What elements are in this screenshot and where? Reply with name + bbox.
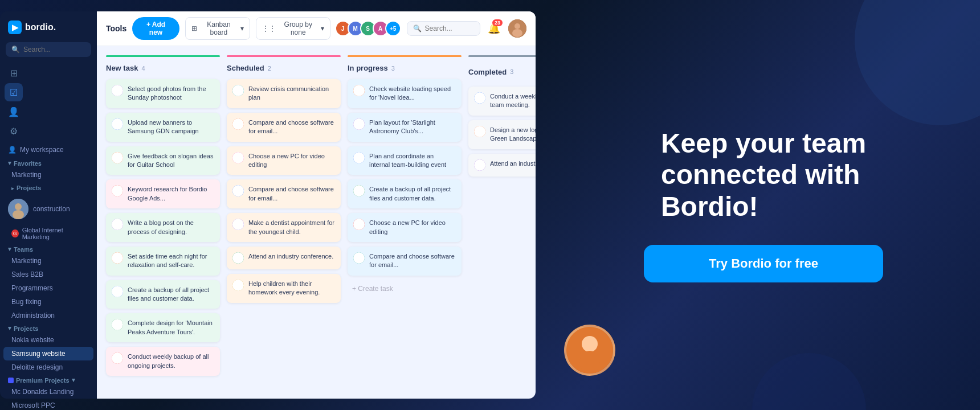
card-text-1-6: Help children with their homework every … bbox=[248, 280, 335, 297]
kanban-card-2-4[interactable]: Choose a new PC for video editing bbox=[348, 213, 462, 242]
nav-settings-icon[interactable]: ⚙ bbox=[5, 122, 23, 140]
favorites-section[interactable]: ▾ Favorites bbox=[0, 157, 97, 168]
svg-point-22 bbox=[116, 255, 119, 259]
notification-button[interactable]: 🔔 23 bbox=[486, 19, 503, 38]
card-avatar-0-5 bbox=[112, 252, 123, 264]
svg-point-7 bbox=[116, 88, 119, 91]
card-avatar-1-6 bbox=[232, 280, 244, 291]
kanban-card-1-3[interactable]: Compare and choose software for email... bbox=[227, 179, 341, 208]
kanban-column-0: New task4Select good photos from the Sun… bbox=[106, 55, 220, 390]
kanban-card-0-0[interactable]: Select good photos from the Sunday photo… bbox=[106, 79, 220, 108]
kanban-card-3-0[interactable]: Conduct a weekly operations team meeting… bbox=[468, 87, 536, 116]
card-text-3-2: Attend an industry conference. bbox=[490, 159, 536, 168]
nav-home-icon[interactable]: ⊞ bbox=[5, 64, 23, 82]
svg-point-53 bbox=[235, 286, 241, 290]
kanban-board-button[interactable]: ⊞ Kanban board ▾ bbox=[185, 17, 250, 40]
sidebar-search-box[interactable]: 🔍 bbox=[6, 42, 91, 57]
kanban-card-0-3[interactable]: Keyword research for Bordio Google Ads..… bbox=[106, 179, 220, 208]
kanban-column-2: In progress3Check website loading speed … bbox=[348, 55, 462, 390]
marketing-panel: Keep your team connected with Bordio! Tr… bbox=[547, 0, 980, 410]
kanban-card-1-6[interactable]: Help children with their homework every … bbox=[227, 274, 341, 303]
sidebar-item-marketing-fav[interactable]: Marketing bbox=[3, 168, 93, 182]
card-avatar-2-2 bbox=[353, 152, 365, 163]
column-title-1: Scheduled bbox=[227, 64, 264, 72]
sidebar-item-deloitte[interactable]: Deloitte redesign bbox=[3, 360, 93, 374]
column-header-0: New task4 bbox=[106, 62, 220, 75]
svg-point-4 bbox=[514, 23, 520, 29]
svg-point-8 bbox=[115, 91, 120, 96]
construction-label[interactable]: construction bbox=[33, 205, 70, 213]
card-avatar-0-2 bbox=[112, 152, 123, 163]
premium-projects-section[interactable]: Premium Projects ▾ bbox=[0, 374, 97, 385]
global-icon: G bbox=[11, 229, 19, 237]
column-count-0: 4 bbox=[141, 65, 145, 72]
sidebar-item-sales[interactable]: Sales B2B bbox=[3, 268, 93, 281]
sidebar-item-administration[interactable]: Administration bbox=[3, 309, 93, 322]
nav-check-icon[interactable]: ☑ bbox=[5, 83, 23, 101]
kanban-card-1-1[interactable]: Compare and choose software for email... bbox=[227, 113, 341, 142]
kanban-card-1-2[interactable]: Choose a new PC for video editing bbox=[227, 146, 341, 175]
svg-point-55 bbox=[357, 88, 361, 91]
sidebar-projects-header[interactable]: ▸ Projects bbox=[3, 182, 93, 194]
kanban-card-2-3[interactable]: Create a backup of all project files and… bbox=[348, 179, 462, 208]
svg-point-49 bbox=[236, 255, 240, 259]
svg-point-80 bbox=[477, 166, 483, 170]
sidebar-item-marketing-team[interactable]: Marketing bbox=[3, 254, 93, 268]
card-text-0-8: Conduct weekly backup of all ongoing pro… bbox=[128, 352, 214, 370]
kanban-card-0-5[interactable]: Set aside time each night for relaxation… bbox=[106, 247, 220, 276]
kanban-card-0-8[interactable]: Conduct weekly backup of all ongoing pro… bbox=[106, 347, 220, 376]
sidebar-item-samsung[interactable]: Samsung website bbox=[3, 347, 93, 360]
card-avatar-0-4 bbox=[112, 219, 123, 230]
try-bordio-button[interactable]: Try Bordio for free bbox=[644, 245, 883, 282]
chevron-down-icon: ▾ bbox=[8, 159, 11, 167]
sidebar-item-nokia[interactable]: Nokia website bbox=[3, 333, 93, 347]
card-text-0-1: Upload new banners to Samsung GDN campai… bbox=[128, 118, 214, 136]
group-by-button[interactable]: ⋮⋮ Group by none ▾ bbox=[256, 17, 330, 40]
kanban-card-1-5[interactable]: Attend an industry conference. bbox=[227, 247, 341, 269]
nav-group-icon[interactable]: 👤 bbox=[5, 102, 23, 121]
sidebar-item-bugfixing[interactable]: Bug fixing bbox=[3, 295, 93, 309]
card-avatar-1-0 bbox=[232, 85, 244, 96]
card-avatar-2-5 bbox=[353, 252, 365, 264]
svg-point-68 bbox=[356, 225, 362, 229]
my-workspace-item[interactable]: 👤 My workspace bbox=[0, 142, 97, 157]
svg-point-46 bbox=[236, 222, 240, 225]
search-input[interactable] bbox=[23, 46, 85, 54]
kanban-card-0-4[interactable]: Write a blog post on the process of desi… bbox=[106, 213, 220, 242]
kanban-card-3-1[interactable]: Design a new logo for 'Go Green Landscap… bbox=[468, 120, 536, 149]
kanban-card-1-4[interactable]: Make a dentist appointment for the young… bbox=[227, 213, 341, 242]
sidebar-logo[interactable]: ▶ bordio. bbox=[0, 20, 97, 42]
column-title-2: In progress bbox=[348, 64, 388, 72]
card-text-2-1: Plan layout for 'Starlight Astronomy Clu… bbox=[369, 118, 456, 136]
sidebar-item-microsoft[interactable]: Microsoft PPC bbox=[3, 399, 93, 410]
kanban-card-0-6[interactable]: Create a backup of all project files and… bbox=[106, 280, 220, 309]
kanban-card-2-0[interactable]: Check website loading speed for 'Novel I… bbox=[348, 79, 462, 108]
my-workspace-label: My workspace bbox=[20, 146, 64, 154]
add-new-button[interactable]: + Add new bbox=[132, 17, 179, 40]
card-avatar-2-3 bbox=[353, 185, 365, 196]
sidebar-item-programmers[interactable]: Programmers bbox=[3, 281, 93, 295]
kanban-card-0-2[interactable]: Give feedback on slogan ideas for Guitar… bbox=[106, 146, 220, 175]
svg-point-43 bbox=[236, 188, 240, 191]
kanban-card-1-0[interactable]: Review crisis communication plan bbox=[227, 79, 341, 108]
user-avatar-toolbar[interactable] bbox=[508, 19, 526, 38]
svg-point-50 bbox=[235, 259, 241, 263]
kanban-card-0-1[interactable]: Upload new banners to Samsung GDN campai… bbox=[106, 113, 220, 142]
kanban-card-2-1[interactable]: Plan layout for 'Starlight Astronomy Clu… bbox=[348, 113, 462, 142]
svg-point-31 bbox=[116, 355, 119, 359]
sidebar-item-global[interactable]: G Global Internet Marketing bbox=[3, 224, 93, 243]
kanban-card-3-2[interactable]: Attend an industry conference. bbox=[468, 154, 536, 177]
toolbar-search-box[interactable]: 🔍 bbox=[407, 21, 480, 36]
chevron-group-icon: ▾ bbox=[321, 24, 324, 32]
card-avatar-0-1 bbox=[112, 118, 123, 130]
svg-point-23 bbox=[115, 259, 120, 263]
create-task-button[interactable]: + Create task bbox=[348, 280, 462, 297]
kanban-card-2-5[interactable]: Compare and choose software for email... bbox=[348, 247, 462, 276]
kanban-card-2-2[interactable]: Plan and coordinate an internal team-bui… bbox=[348, 146, 462, 175]
projects-sub-section[interactable]: ▾ Projects bbox=[0, 322, 97, 333]
svg-point-35 bbox=[235, 91, 241, 96]
toolbar-search-input[interactable] bbox=[425, 24, 474, 32]
sidebar-item-mcdonalds[interactable]: Mc Donalds Landing bbox=[3, 385, 93, 399]
kanban-card-0-7[interactable]: Complete design for 'Mountain Peaks Adve… bbox=[106, 313, 220, 342]
teams-section[interactable]: ▾ Teams bbox=[0, 243, 97, 254]
